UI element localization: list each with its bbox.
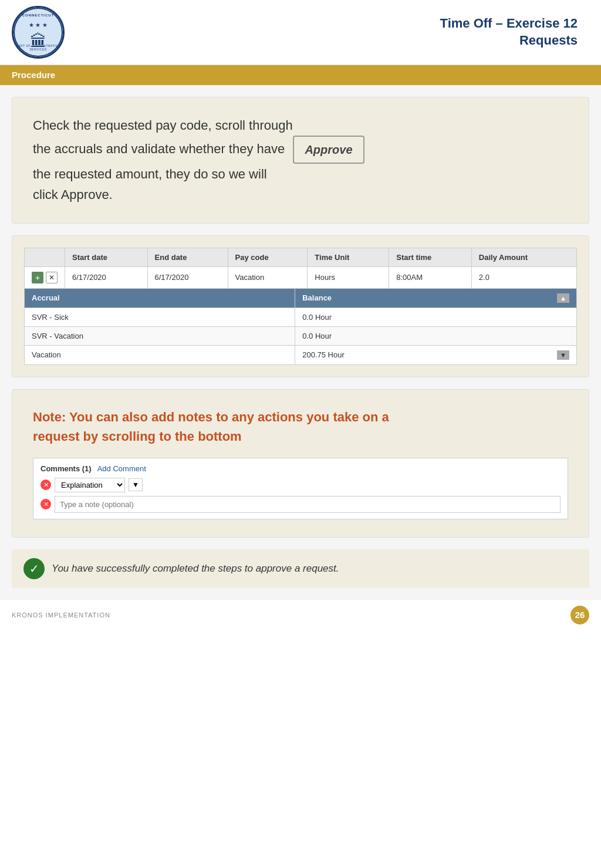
success-message-area: ✓ You have successfully completed the st… <box>12 549 589 588</box>
accrual-balance: 0.0 Hour <box>295 326 577 345</box>
accrual-name: SVR - Sick <box>25 308 295 326</box>
table-row: + ✕ 6/17/2020 6/17/2020 Vacation Hours 8… <box>25 266 577 288</box>
logo-text-bottom: DEPT OF ADMINISTRATIVESERVICES <box>15 44 62 51</box>
success-icon: ✓ <box>23 558 45 579</box>
comments-header: Comments (1) Add Comment <box>40 464 561 473</box>
accrual-row-vacation-svr: SVR - Vacation 0.0 Hour <box>25 326 577 345</box>
instruction-text: Check the requested pay code, scroll thr… <box>33 115 568 205</box>
comment-note-remove-button[interactable]: ✕ <box>40 499 51 509</box>
request-table: Start date End date Pay code Time Unit S… <box>24 248 577 289</box>
instruction-box: Check the requested pay code, scroll thr… <box>12 97 589 224</box>
logo-text-top: CONNECTICUT <box>15 13 62 17</box>
comment-type-select[interactable]: Explaination <box>55 478 125 492</box>
remove-row-button[interactable]: ✕ <box>46 272 58 283</box>
procedure-label: Procedure <box>12 70 55 80</box>
main-content: Check the requested pay code, scroll thr… <box>0 85 601 600</box>
procedure-bar: Procedure <box>0 65 601 85</box>
comments-title: Comments (1) <box>40 464 92 473</box>
logo-area: CONNECTICUT ★ ★ ★ 🏛 DEPT OF ADMINISTRATI… <box>12 6 82 59</box>
comment-note-input[interactable] <box>55 496 561 513</box>
time-unit-cell: Hours <box>308 266 389 288</box>
col-daily-amount: Daily Amount <box>471 248 576 266</box>
col-end-date: End date <box>147 248 228 266</box>
page-number: 26 <box>570 606 589 624</box>
page-header: CONNECTICUT ★ ★ ★ 🏛 DEPT OF ADMINISTRATI… <box>0 0 601 65</box>
accrual-table: Accrual Balance ▲ SVR - Sick 0.0 Hour SV… <box>24 288 577 365</box>
comment-remove-button[interactable]: ✕ <box>40 479 51 490</box>
scroll-down-button[interactable]: ▼ <box>557 350 569 360</box>
accrual-row-vacation: Vacation 200.75 Hour ▼ <box>25 345 577 364</box>
scroll-up-button[interactable]: ▲ <box>557 293 569 303</box>
col-start-date: Start date <box>65 248 148 266</box>
page-footer: KRONOS IMPLEMENTATION 26 <box>0 600 601 630</box>
row-controls-cell: + ✕ <box>25 266 65 288</box>
comments-section: Comments (1) Add Comment ✕ Explaination … <box>33 458 568 519</box>
logo-circle: CONNECTICUT ★ ★ ★ 🏛 DEPT OF ADMINISTRATI… <box>12 6 65 59</box>
accrual-name: SVR - Vacation <box>25 326 295 345</box>
end-date-cell: 6/17/2020 <box>147 266 228 288</box>
add-comment-link[interactable]: Add Comment <box>97 464 146 473</box>
header-title-area: Time Off – Exercise 12 Requests <box>82 15 589 49</box>
add-row-button[interactable]: + <box>32 272 43 283</box>
accrual-balance: 200.75 Hour ▼ <box>295 345 577 364</box>
daily-amount-cell: 2.0 <box>471 266 576 288</box>
footer-brand: KRONOS IMPLEMENTATION <box>12 612 110 619</box>
start-time-cell: 8:00AM <box>389 266 472 288</box>
success-text: You have successfully completed the step… <box>52 563 339 575</box>
accrual-balance: 0.0 Hour <box>295 308 577 326</box>
col-actions <box>25 248 65 266</box>
table-box: Start date End date Pay code Time Unit S… <box>12 235 589 377</box>
col-start-time: Start time <box>389 248 472 266</box>
accrual-name: Vacation <box>25 345 295 364</box>
col-time-unit: Time Unit <box>308 248 389 266</box>
comment-type-dropdown-arrow[interactable]: ▼ <box>129 478 143 491</box>
note-box: Note: You can also add notes to any acti… <box>12 389 589 538</box>
start-date-cell: 6/17/2020 <box>65 266 148 288</box>
comment-note-row: ✕ <box>40 496 561 513</box>
approve-button-sample: Approve <box>293 136 364 164</box>
page-title: Time Off – Exercise 12 Requests <box>82 15 578 49</box>
accrual-row-sick: SVR - Sick 0.0 Hour <box>25 308 577 326</box>
balance-col-header: Balance ▲ <box>295 288 577 308</box>
pay-code-cell: Vacation <box>228 266 308 288</box>
comment-type-row: ✕ Explaination ▼ <box>40 478 561 492</box>
note-text: Note: You can also add notes to any acti… <box>33 407 568 446</box>
logo-inner: CONNECTICUT ★ ★ ★ 🏛 DEPT OF ADMINISTRATI… <box>13 8 63 57</box>
accrual-col-header: Accrual <box>25 288 295 308</box>
col-pay-code: Pay code <box>228 248 308 266</box>
